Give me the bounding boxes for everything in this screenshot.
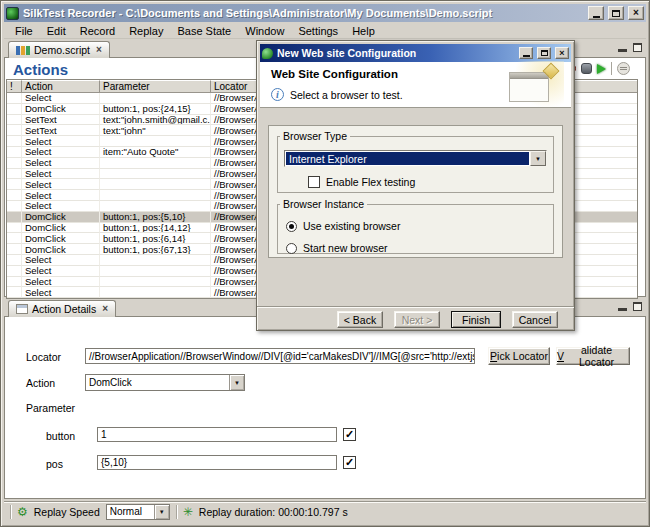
menu-help[interactable]: Help <box>345 24 382 38</box>
validate-locator-button[interactable]: Validate Locator <box>556 347 630 365</box>
cell-parameter <box>100 201 211 212</box>
menu-base-state[interactable]: Base State <box>170 24 238 38</box>
chevron-down-icon[interactable]: ▼ <box>154 505 169 519</box>
cell-action: Select <box>22 201 100 212</box>
cell-action: DomClick <box>22 212 100 223</box>
param-button-checkbox[interactable]: ✓ <box>343 428 356 441</box>
menu-replay[interactable]: Replay <box>122 24 170 38</box>
action-dropdown-value: DomClick <box>89 376 227 389</box>
cell-excl <box>7 115 22 126</box>
action-label: Action <box>26 377 55 389</box>
wizard-icon <box>262 48 273 59</box>
column-header-parameter[interactable]: Parameter <box>100 80 211 93</box>
locator-input[interactable]: //BrowserApplication//BrowserWindow//DIV… <box>85 348 475 364</box>
chevron-down-icon[interactable]: ▼ <box>229 375 244 390</box>
finish-button[interactable]: Finish <box>451 311 501 328</box>
tab-close-icon[interactable]: × <box>94 45 102 55</box>
start-new-browser-label: Start new browser <box>303 242 388 254</box>
browser-instance-group: Browser Instance Use existing browser St… <box>277 198 554 254</box>
replay-speed-value: Normal <box>110 506 152 518</box>
dialog-maximize-button[interactable] <box>537 47 551 59</box>
menu-settings[interactable]: Settings <box>291 24 345 38</box>
cell-excl <box>7 158 22 169</box>
tab-label: Action Details <box>32 303 96 315</box>
dialog-minimize-button[interactable] <box>519 47 533 59</box>
cell-parameter: button:1, pos:{67,13} <box>100 244 211 255</box>
dialog-heading: Web Site Configuration <box>271 68 398 80</box>
cell-action: SetText <box>22 125 100 136</box>
pick-locator-button[interactable]: Pick Locator <box>488 347 550 365</box>
browser-type-dropdown[interactable]: Internet Explorer ▼ <box>284 150 547 167</box>
new-web-site-configuration-dialog: New Web site Configuration × Web Site Co… <box>256 40 575 331</box>
minimize-button[interactable] <box>588 6 604 20</box>
next-button: Next > <box>394 311 440 328</box>
cell-parameter: button:1, pos:{24,15} <box>100 104 211 115</box>
cell-action: Select <box>22 179 100 190</box>
minimize-view-icon[interactable] <box>618 308 627 311</box>
cell-action: Select <box>22 190 100 201</box>
cell-parameter <box>100 93 211 104</box>
use-existing-browser-radio[interactable] <box>286 221 297 232</box>
tab-action-details[interactable]: Action Details × <box>8 300 116 317</box>
view-menu-icon[interactable] <box>617 62 630 75</box>
cell-parameter: button:1, pos:{6,14} <box>100 233 211 244</box>
cell-action: Select <box>22 287 100 298</box>
cell-action: Select <box>22 158 100 169</box>
dialog-button-bar: < Back Next > Finish Cancel <box>337 311 558 328</box>
window-graphic <box>509 72 549 102</box>
cell-excl <box>7 277 22 288</box>
maximize-view-icon[interactable] <box>633 302 642 311</box>
check-icon: ✓ <box>345 429 354 440</box>
maximize-button[interactable] <box>608 6 624 20</box>
cell-excl <box>7 169 22 180</box>
cell-parameter <box>100 169 211 180</box>
param-pos-input[interactable]: {5,10} <box>97 455 337 470</box>
cell-parameter <box>100 255 211 266</box>
start-new-browser-radio[interactable] <box>286 243 297 254</box>
details-body: Locator //BrowserApplication//BrowserWin… <box>4 316 646 499</box>
browser-type-legend: Browser Type <box>280 130 350 142</box>
play-icon[interactable] <box>597 64 606 74</box>
cell-parameter <box>100 277 211 288</box>
cell-action: Select <box>22 266 100 277</box>
details-view-icon <box>16 304 28 314</box>
cancel-button[interactable]: Cancel <box>512 311 558 328</box>
replay-speed-dropdown[interactable]: Normal ▼ <box>106 504 170 520</box>
cell-excl <box>7 125 22 136</box>
minimize-view-icon[interactable] <box>618 49 627 52</box>
close-button[interactable]: × <box>628 6 644 20</box>
cell-excl <box>7 147 22 158</box>
tab-label: Demo.script <box>34 44 90 56</box>
action-dropdown[interactable]: DomClick ▼ <box>85 374 245 391</box>
menu-file[interactable]: File <box>8 24 40 38</box>
wizard-graphic <box>507 64 561 106</box>
enable-flex-testing-checkbox[interactable] <box>308 176 320 188</box>
browser-type-value: Internet Explorer <box>286 152 529 165</box>
dialog-close-button[interactable]: × <box>555 47 569 59</box>
cell-action: Select <box>22 255 100 266</box>
cell-parameter <box>100 190 211 201</box>
tab-close-icon[interactable]: × <box>100 304 108 314</box>
chevron-down-icon[interactable]: ▼ <box>530 151 546 166</box>
menu-edit[interactable]: Edit <box>40 24 73 38</box>
menu-window[interactable]: Window <box>238 24 291 38</box>
tab-demo-script[interactable]: Demo.script × <box>8 41 110 58</box>
menu-record[interactable]: Record <box>73 24 122 38</box>
dialog-content: Browser Type Internet Explorer ▼ Enable … <box>260 108 571 312</box>
maximize-view-icon[interactable] <box>633 43 642 52</box>
cell-action: SetText <box>22 115 100 126</box>
cell-action: DomClick <box>22 223 100 234</box>
cell-parameter <box>100 179 211 190</box>
cell-excl <box>7 104 22 115</box>
cell-excl <box>7 212 22 223</box>
stop-icon[interactable] <box>581 63 592 74</box>
param-button-input[interactable]: 1 <box>97 427 337 442</box>
param-pos-checkbox[interactable]: ✓ <box>343 456 356 469</box>
column-header-exclamation[interactable]: ! <box>7 80 22 93</box>
cell-action: Select <box>22 147 100 158</box>
toolbar-separator <box>611 62 612 75</box>
menu-bar: File Edit Record Replay Base State Windo… <box>4 23 646 39</box>
back-button[interactable]: < Back <box>337 311 383 328</box>
param-pos-label: pos <box>46 458 63 470</box>
column-header-action[interactable]: Action <box>22 80 100 93</box>
